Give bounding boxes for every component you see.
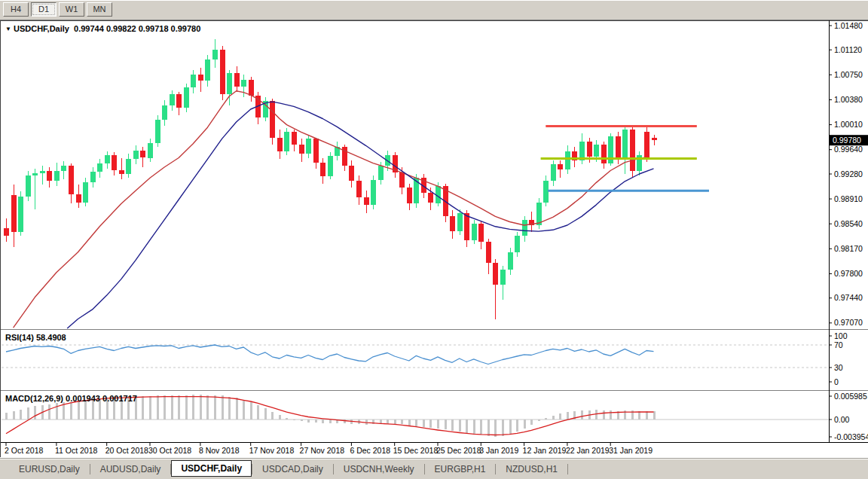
tab-eurgbp-h1[interactable]: EURGBP,H1 xyxy=(425,462,496,477)
svg-text:0.005985: 0.005985 xyxy=(834,392,867,401)
svg-text:1.01480: 1.01480 xyxy=(834,21,863,30)
svg-text:0.98540: 0.98540 xyxy=(834,219,863,228)
chart-window: 1.014801.011201.007501.003801.000100.996… xyxy=(0,20,868,458)
svg-text:30 Oct 2018: 30 Oct 2018 xyxy=(148,446,191,455)
svg-text:0.99280: 0.99280 xyxy=(834,169,863,178)
svg-text:22 Jan 2019: 22 Jan 2019 xyxy=(566,446,610,455)
tab-usdcad-daily[interactable]: USDCAD,Daily xyxy=(252,462,333,477)
chart-tab-bar: EURUSD,DailyAUDUSD,DailyUSDCHF,DailyUSDC… xyxy=(0,458,868,479)
svg-text:0.98170: 0.98170 xyxy=(834,244,863,253)
svg-text:1.00750: 1.00750 xyxy=(834,70,863,79)
svg-text:20 Oct 2018: 20 Oct 2018 xyxy=(105,446,148,455)
svg-text:0: 0 xyxy=(834,377,839,386)
chart-canvas[interactable]: 1.014801.011201.007501.003801.000100.996… xyxy=(0,20,868,458)
svg-text:30: 30 xyxy=(834,363,843,372)
tab-nzdusd-h1[interactable]: NZDUSD,H1 xyxy=(496,462,567,477)
svg-text:3 Jan 2019: 3 Jan 2019 xyxy=(479,446,518,455)
svg-text:1.01120: 1.01120 xyxy=(834,45,862,54)
svg-text:8 Nov 2018: 8 Nov 2018 xyxy=(199,446,240,455)
svg-text:100: 100 xyxy=(834,331,848,340)
svg-text:6 Dec 2018: 6 Dec 2018 xyxy=(350,446,390,455)
tab-audusd-daily[interactable]: AUDUSD,Daily xyxy=(90,462,171,477)
tab-separator xyxy=(567,464,568,474)
svg-text:0.99640: 0.99640 xyxy=(834,145,863,154)
svg-text:0.99780: 0.99780 xyxy=(833,136,861,145)
svg-text:0.97800: 0.97800 xyxy=(834,269,863,278)
svg-text:17 Nov 2018: 17 Nov 2018 xyxy=(249,446,295,455)
timeframe-d1[interactable]: D1 xyxy=(31,2,57,17)
timeframe-mn[interactable]: MN xyxy=(87,2,112,17)
timeframe-toolbar: H4D1W1MN xyxy=(0,0,868,20)
svg-text:70: 70 xyxy=(834,340,843,349)
current-price-tag: 0.99780 xyxy=(829,135,868,145)
svg-text:31 Jan 2019: 31 Jan 2019 xyxy=(609,446,653,455)
svg-text:0.97070: 0.97070 xyxy=(834,318,863,327)
svg-text:0.98910: 0.98910 xyxy=(834,194,863,203)
tab-eurusd-daily[interactable]: EURUSD,Daily xyxy=(9,462,90,477)
svg-text:-0.003954: -0.003954 xyxy=(834,432,868,441)
svg-text:25 Dec 2018: 25 Dec 2018 xyxy=(436,446,481,455)
tab-usdcnh-weekly[interactable]: USDCNH,Weekly xyxy=(334,462,424,477)
tab-usdchf-daily[interactable]: USDCHF,Daily xyxy=(171,460,252,477)
svg-text:12 Jan 2019: 12 Jan 2019 xyxy=(523,446,567,455)
timeframe-w1[interactable]: W1 xyxy=(59,2,84,17)
svg-text:27 Nov 2018: 27 Nov 2018 xyxy=(300,446,345,455)
svg-text:1.00380: 1.00380 xyxy=(834,95,863,104)
svg-text:0.00: 0.00 xyxy=(834,415,850,424)
timeframe-h4[interactable]: H4 xyxy=(3,2,29,17)
svg-text:0.97440: 0.97440 xyxy=(834,293,863,302)
svg-text:1.00010: 1.00010 xyxy=(834,120,863,129)
svg-text:11 Oct 2018: 11 Oct 2018 xyxy=(55,446,98,455)
svg-text:2 Oct 2018: 2 Oct 2018 xyxy=(5,446,44,455)
svg-text:15 Dec 2018: 15 Dec 2018 xyxy=(393,446,439,455)
